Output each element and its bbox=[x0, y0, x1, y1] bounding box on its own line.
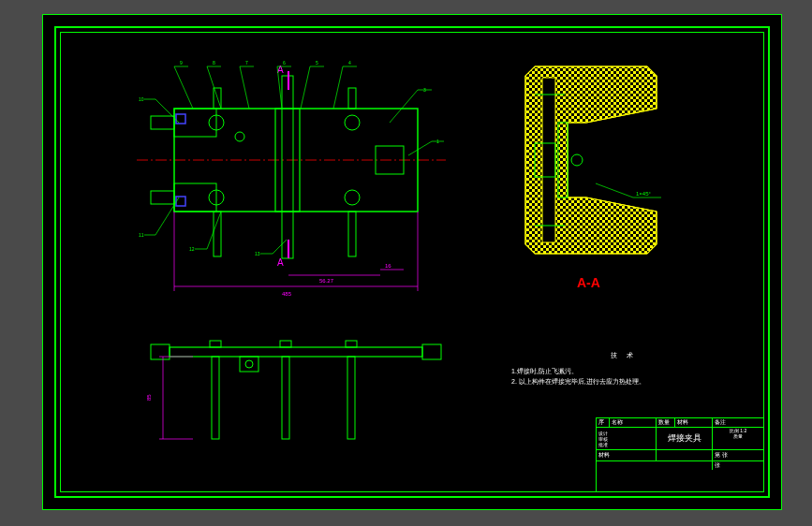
svg-rect-66 bbox=[240, 357, 258, 372]
svg-rect-19 bbox=[348, 212, 356, 256]
svg-rect-3 bbox=[174, 183, 216, 212]
svg-text:1: 1 bbox=[436, 139, 439, 144]
svg-rect-68 bbox=[212, 357, 219, 439]
svg-rect-14 bbox=[176, 114, 185, 124]
svg-text:6: 6 bbox=[283, 60, 286, 66]
svg-text:10: 10 bbox=[139, 96, 144, 102]
svg-line-36 bbox=[408, 141, 432, 155]
svg-text:8: 8 bbox=[213, 60, 215, 66]
svg-rect-71 bbox=[210, 341, 221, 347]
weld-callout: 1×45° bbox=[636, 191, 652, 197]
title-block: 序 名称 数量 材料 备注 设计 审核 批准 焊接夹具 比例 1:2 质量 材料 bbox=[596, 417, 764, 492]
svg-rect-64 bbox=[151, 344, 170, 359]
svg-line-34 bbox=[390, 90, 418, 123]
svg-rect-18 bbox=[348, 88, 356, 109]
svg-text:12: 12 bbox=[189, 246, 195, 252]
svg-text:7: 7 bbox=[245, 60, 248, 66]
svg-line-32 bbox=[333, 66, 343, 109]
svg-rect-5 bbox=[151, 191, 174, 204]
top-view: A A 987 654 31 1011 1213 bbox=[137, 52, 446, 305]
side-view: 85 bbox=[137, 324, 446, 455]
svg-text:11: 11 bbox=[139, 232, 144, 238]
notes-heading: 技 术 bbox=[511, 350, 736, 360]
svg-text:3: 3 bbox=[423, 87, 426, 93]
section-mark-bottom: A bbox=[277, 257, 284, 268]
notes-block: 技 术 1.焊接时,防止飞溅污。 2. 以上构件在焊接完毕后,进行去应力热处理。 bbox=[511, 350, 736, 387]
dim-width-right: 56.27 bbox=[319, 278, 334, 284]
svg-rect-4 bbox=[151, 116, 174, 129]
dim-width-total: 485 bbox=[282, 291, 292, 297]
svg-rect-69 bbox=[282, 357, 289, 439]
svg-point-10 bbox=[345, 115, 360, 130]
svg-line-44 bbox=[273, 240, 287, 254]
svg-line-26 bbox=[240, 66, 249, 109]
svg-rect-15 bbox=[176, 197, 185, 206]
svg-rect-2 bbox=[174, 109, 216, 137]
section-label: A-A bbox=[577, 275, 600, 290]
svg-line-40 bbox=[155, 197, 179, 235]
notes-line1: 1.焊接时,防止飞溅污。 bbox=[511, 366, 736, 376]
svg-rect-72 bbox=[280, 341, 291, 347]
svg-line-22 bbox=[174, 66, 193, 109]
cad-canvas[interactable]: A A 987 654 31 1011 1213 bbox=[42, 14, 782, 510]
svg-point-12 bbox=[235, 132, 244, 141]
svg-rect-17 bbox=[214, 212, 221, 256]
svg-rect-73 bbox=[346, 341, 357, 347]
svg-point-11 bbox=[345, 190, 360, 205]
svg-rect-70 bbox=[347, 357, 355, 439]
svg-rect-65 bbox=[422, 344, 441, 359]
svg-line-30 bbox=[301, 66, 310, 109]
svg-rect-63 bbox=[170, 347, 422, 357]
svg-text:13: 13 bbox=[255, 251, 260, 256]
svg-text:5: 5 bbox=[316, 60, 318, 66]
svg-text:9: 9 bbox=[180, 60, 183, 66]
svg-point-81 bbox=[571, 154, 583, 166]
svg-line-85 bbox=[596, 183, 633, 197]
svg-point-67 bbox=[245, 360, 253, 368]
svg-line-38 bbox=[155, 99, 179, 123]
dim-side-height: 85 bbox=[146, 394, 152, 401]
section-view: 1×45° bbox=[507, 57, 685, 272]
dim-small: 16 bbox=[385, 263, 391, 269]
notes-line2: 2. 以上构件在焊接完毕后,进行去应力热处理。 bbox=[511, 376, 736, 387]
svg-rect-6 bbox=[282, 76, 293, 258]
svg-text:4: 4 bbox=[348, 60, 351, 66]
